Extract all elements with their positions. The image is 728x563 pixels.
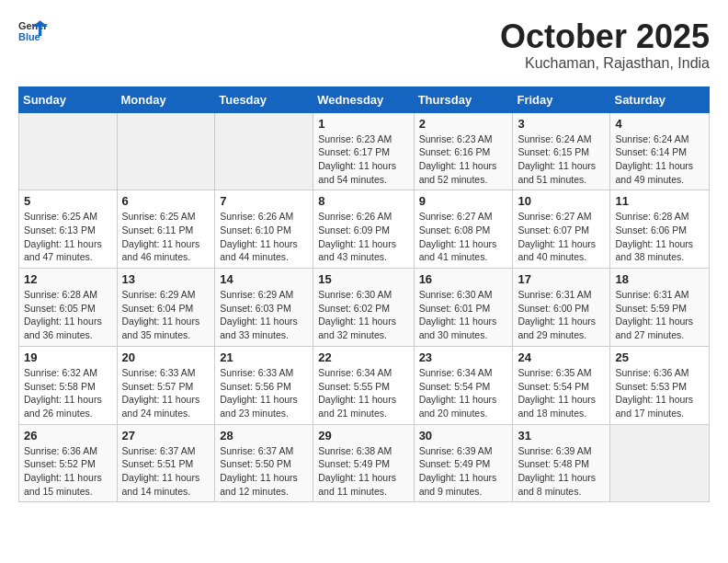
day-info: Sunrise: 6:24 AM Sunset: 6:14 PM Dayligh… bbox=[615, 132, 704, 187]
calendar-cell: 3Sunrise: 6:24 AM Sunset: 6:15 PM Daylig… bbox=[513, 112, 610, 190]
calendar-body: 1Sunrise: 6:23 AM Sunset: 6:17 PM Daylig… bbox=[19, 112, 710, 502]
calendar-cell bbox=[610, 424, 710, 502]
calendar-cell: 25Sunrise: 6:36 AM Sunset: 5:53 PM Dayli… bbox=[610, 346, 710, 424]
day-info: Sunrise: 6:38 AM Sunset: 5:49 PM Dayligh… bbox=[318, 444, 408, 499]
day-info: Sunrise: 6:34 AM Sunset: 5:54 PM Dayligh… bbox=[419, 366, 508, 420]
day-number: 12 bbox=[24, 272, 112, 286]
day-number: 6 bbox=[122, 194, 210, 208]
day-info: Sunrise: 6:25 AM Sunset: 6:13 PM Dayligh… bbox=[24, 210, 112, 264]
day-number: 8 bbox=[318, 194, 408, 208]
day-info: Sunrise: 6:39 AM Sunset: 5:49 PM Dayligh… bbox=[419, 444, 508, 499]
day-number: 28 bbox=[220, 429, 308, 442]
day-info: Sunrise: 6:36 AM Sunset: 5:52 PM Dayligh… bbox=[24, 444, 112, 499]
logo: General Blue bbox=[18, 18, 48, 44]
location-subtitle: Kuchaman, Rajasthan, India bbox=[500, 55, 710, 72]
day-number: 7 bbox=[220, 194, 308, 208]
calendar-week-row: 1Sunrise: 6:23 AM Sunset: 6:17 PM Daylig… bbox=[19, 112, 710, 190]
day-info: Sunrise: 6:36 AM Sunset: 5:53 PM Dayligh… bbox=[615, 366, 704, 420]
calendar-cell: 22Sunrise: 6:34 AM Sunset: 5:55 PM Dayli… bbox=[313, 346, 414, 424]
weekday-header: Friday bbox=[513, 86, 610, 112]
weekday-header: Monday bbox=[117, 86, 215, 112]
day-number: 10 bbox=[518, 194, 605, 208]
day-info: Sunrise: 6:30 AM Sunset: 6:02 PM Dayligh… bbox=[318, 288, 408, 342]
day-number: 9 bbox=[419, 194, 508, 208]
calendar-cell: 27Sunrise: 6:37 AM Sunset: 5:51 PM Dayli… bbox=[117, 424, 215, 502]
day-info: Sunrise: 6:35 AM Sunset: 5:54 PM Dayligh… bbox=[518, 366, 605, 420]
day-info: Sunrise: 6:29 AM Sunset: 6:04 PM Dayligh… bbox=[122, 288, 210, 342]
day-info: Sunrise: 6:39 AM Sunset: 5:48 PM Dayligh… bbox=[518, 444, 605, 499]
day-info: Sunrise: 6:37 AM Sunset: 5:51 PM Dayligh… bbox=[122, 444, 210, 499]
calendar-cell: 29Sunrise: 6:38 AM Sunset: 5:49 PM Dayli… bbox=[313, 424, 414, 502]
day-number: 13 bbox=[122, 272, 210, 286]
calendar-cell: 6Sunrise: 6:25 AM Sunset: 6:11 PM Daylig… bbox=[117, 190, 215, 269]
day-info: Sunrise: 6:37 AM Sunset: 5:50 PM Dayligh… bbox=[220, 444, 308, 499]
month-title: October 2025 bbox=[500, 18, 710, 55]
day-info: Sunrise: 6:32 AM Sunset: 5:58 PM Dayligh… bbox=[24, 366, 112, 420]
day-info: Sunrise: 6:26 AM Sunset: 6:10 PM Dayligh… bbox=[220, 210, 308, 264]
calendar-cell bbox=[117, 112, 215, 190]
day-number: 25 bbox=[615, 350, 704, 364]
day-number: 19 bbox=[24, 350, 112, 364]
day-number: 11 bbox=[615, 194, 704, 208]
calendar-cell: 17Sunrise: 6:31 AM Sunset: 6:00 PM Dayli… bbox=[513, 269, 610, 347]
day-number: 1 bbox=[318, 117, 408, 131]
day-number: 16 bbox=[419, 272, 508, 286]
weekday-header: Wednesday bbox=[313, 86, 414, 112]
day-number: 23 bbox=[419, 350, 508, 364]
day-number: 5 bbox=[24, 194, 112, 208]
calendar-cell: 26Sunrise: 6:36 AM Sunset: 5:52 PM Dayli… bbox=[19, 424, 118, 502]
calendar-cell: 9Sunrise: 6:27 AM Sunset: 6:08 PM Daylig… bbox=[414, 190, 513, 269]
day-info: Sunrise: 6:33 AM Sunset: 5:57 PM Dayligh… bbox=[122, 366, 210, 420]
calendar-cell: 2Sunrise: 6:23 AM Sunset: 6:16 PM Daylig… bbox=[414, 112, 513, 190]
calendar-cell: 31Sunrise: 6:39 AM Sunset: 5:48 PM Dayli… bbox=[513, 424, 610, 502]
day-info: Sunrise: 6:23 AM Sunset: 6:16 PM Dayligh… bbox=[419, 132, 508, 187]
calendar-cell: 1Sunrise: 6:23 AM Sunset: 6:17 PM Daylig… bbox=[313, 112, 414, 190]
day-number: 20 bbox=[122, 350, 210, 364]
day-info: Sunrise: 6:33 AM Sunset: 5:56 PM Dayligh… bbox=[220, 366, 308, 420]
day-info: Sunrise: 6:34 AM Sunset: 5:55 PM Dayligh… bbox=[318, 366, 408, 420]
calendar-cell: 30Sunrise: 6:39 AM Sunset: 5:49 PM Dayli… bbox=[414, 424, 513, 502]
day-number: 14 bbox=[220, 272, 308, 286]
svg-text:Blue: Blue bbox=[18, 31, 40, 42]
calendar-cell: 8Sunrise: 6:26 AM Sunset: 6:09 PM Daylig… bbox=[313, 190, 414, 269]
weekday-header: Thursday bbox=[414, 86, 513, 112]
calendar-cell bbox=[19, 112, 118, 190]
day-info: Sunrise: 6:30 AM Sunset: 6:01 PM Dayligh… bbox=[419, 288, 508, 342]
calendar-cell: 21Sunrise: 6:33 AM Sunset: 5:56 PM Dayli… bbox=[215, 346, 313, 424]
calendar-cell: 15Sunrise: 6:30 AM Sunset: 6:02 PM Dayli… bbox=[313, 269, 414, 347]
calendar-cell: 7Sunrise: 6:26 AM Sunset: 6:10 PM Daylig… bbox=[215, 190, 313, 269]
calendar-week-row: 5Sunrise: 6:25 AM Sunset: 6:13 PM Daylig… bbox=[19, 190, 710, 269]
weekday-header: Sunday bbox=[19, 86, 118, 112]
day-info: Sunrise: 6:23 AM Sunset: 6:17 PM Dayligh… bbox=[318, 132, 408, 187]
day-number: 24 bbox=[518, 350, 605, 364]
weekday-header: Saturday bbox=[610, 86, 710, 112]
day-info: Sunrise: 6:28 AM Sunset: 6:06 PM Dayligh… bbox=[615, 210, 704, 264]
calendar-cell: 23Sunrise: 6:34 AM Sunset: 5:54 PM Dayli… bbox=[414, 346, 513, 424]
calendar-cell: 4Sunrise: 6:24 AM Sunset: 6:14 PM Daylig… bbox=[610, 112, 710, 190]
calendar-cell: 20Sunrise: 6:33 AM Sunset: 5:57 PM Dayli… bbox=[117, 346, 215, 424]
day-number: 3 bbox=[518, 117, 605, 131]
day-number: 31 bbox=[518, 429, 605, 442]
day-info: Sunrise: 6:26 AM Sunset: 6:09 PM Dayligh… bbox=[318, 210, 408, 264]
weekday-header: Tuesday bbox=[215, 86, 313, 112]
day-number: 27 bbox=[122, 429, 210, 442]
header: General Blue October 2025 Kuchaman, Raja… bbox=[18, 18, 710, 72]
day-number: 18 bbox=[615, 272, 704, 286]
calendar-cell: 13Sunrise: 6:29 AM Sunset: 6:04 PM Dayli… bbox=[117, 269, 215, 347]
day-info: Sunrise: 6:24 AM Sunset: 6:15 PM Dayligh… bbox=[518, 132, 605, 187]
calendar-cell: 16Sunrise: 6:30 AM Sunset: 6:01 PM Dayli… bbox=[414, 269, 513, 347]
day-info: Sunrise: 6:27 AM Sunset: 6:08 PM Dayligh… bbox=[419, 210, 508, 264]
calendar-week-row: 26Sunrise: 6:36 AM Sunset: 5:52 PM Dayli… bbox=[19, 424, 710, 502]
day-number: 21 bbox=[220, 350, 308, 364]
day-number: 2 bbox=[419, 117, 508, 131]
day-number: 17 bbox=[518, 272, 605, 286]
calendar-cell: 14Sunrise: 6:29 AM Sunset: 6:03 PM Dayli… bbox=[215, 269, 313, 347]
calendar-cell: 5Sunrise: 6:25 AM Sunset: 6:13 PM Daylig… bbox=[19, 190, 118, 269]
day-number: 29 bbox=[318, 429, 408, 442]
calendar-cell: 12Sunrise: 6:28 AM Sunset: 6:05 PM Dayli… bbox=[19, 269, 118, 347]
calendar-week-row: 19Sunrise: 6:32 AM Sunset: 5:58 PM Dayli… bbox=[19, 346, 710, 424]
calendar-cell: 28Sunrise: 6:37 AM Sunset: 5:50 PM Dayli… bbox=[215, 424, 313, 502]
logo-icon: General Blue bbox=[18, 18, 48, 44]
day-number: 30 bbox=[419, 429, 508, 442]
day-info: Sunrise: 6:29 AM Sunset: 6:03 PM Dayligh… bbox=[220, 288, 308, 342]
